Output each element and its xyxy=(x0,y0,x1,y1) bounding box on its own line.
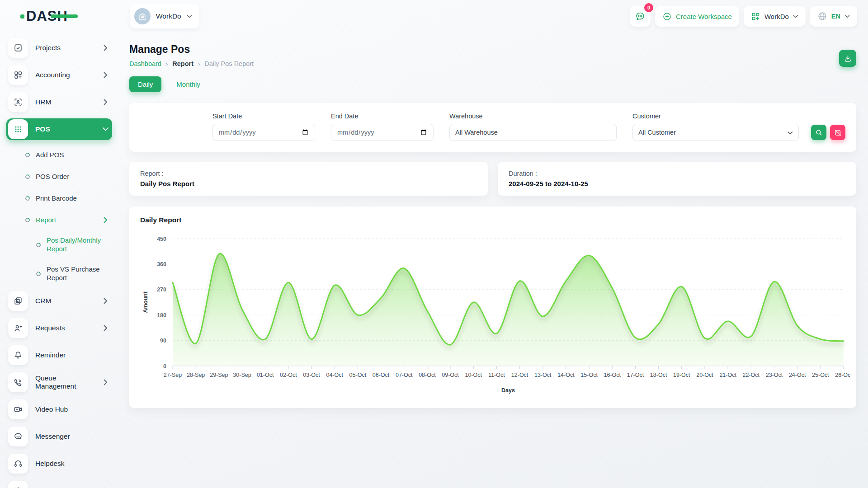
logo-accent-dot xyxy=(20,14,24,19)
svg-text:15-Oct: 15-Oct xyxy=(580,372,598,378)
svg-text:360: 360 xyxy=(157,261,166,267)
svg-text:13-Oct: 13-Oct xyxy=(534,372,552,378)
customer-field: Customer All Customer xyxy=(632,113,799,141)
svg-text:10-Oct: 10-Oct xyxy=(465,372,482,378)
customer-label: Customer xyxy=(632,113,799,120)
sidebar-item-add-pos[interactable]: Add POS xyxy=(6,145,112,164)
sidebar-item-messenger[interactable]: Messenger xyxy=(6,426,112,447)
chevron-right-icon xyxy=(104,217,108,223)
sidebar-item-pos-daily-monthly-report[interactable]: Pos Daily/Monthly Report xyxy=(6,232,112,258)
breadcrumb-report[interactable]: Report xyxy=(172,60,193,67)
svg-text:20-Oct: 20-Oct xyxy=(696,372,713,378)
svg-text:0: 0 xyxy=(163,363,166,370)
sidebar-item-pos-vs-purchase-report[interactable]: Pos VS Purchase Report xyxy=(6,261,112,286)
workdo-menu-button[interactable]: WorkDo xyxy=(744,6,806,27)
sidebar-item-projects[interactable]: Projects xyxy=(6,37,112,59)
breadcrumb-current: Daily Pos Report xyxy=(204,60,254,67)
building-icon xyxy=(138,12,147,21)
svg-text:09-Oct: 09-Oct xyxy=(442,372,459,378)
start-date-field: Start Date xyxy=(212,113,315,141)
tab-monthly[interactable]: Monthly xyxy=(168,76,209,92)
sidebar-nav: ProjectsAccountingHRMPOSAdd POSPOS Order… xyxy=(0,33,118,488)
end-date-label: End Date xyxy=(331,113,434,120)
user-plus-icon xyxy=(8,318,28,338)
breadcrumb-dashboard[interactable]: Dashboard xyxy=(129,60,161,67)
gear-icon xyxy=(8,481,28,488)
reset-filter-button[interactable] xyxy=(830,125,845,140)
app-logo[interactable]: DASH xyxy=(26,8,68,24)
report-value: Daily Pos Report xyxy=(140,180,477,188)
warehouse-field: Warehouse All Warehouse xyxy=(449,113,617,141)
customer-select[interactable]: All Customer xyxy=(632,124,799,141)
sidebar-item-helpdesk[interactable]: Helpdesk xyxy=(6,453,112,474)
svg-text:90: 90 xyxy=(160,338,166,344)
sidebar-item-report[interactable]: Report xyxy=(6,211,112,230)
svg-text:29-Sep: 29-Sep xyxy=(210,372,228,378)
ring-bullet-icon xyxy=(35,271,42,277)
globe-icon xyxy=(817,11,827,21)
sidebar-item-requests[interactable]: Requests xyxy=(6,317,112,339)
svg-text:27-Sep: 27-Sep xyxy=(164,372,182,378)
search-icon xyxy=(815,129,823,136)
chevron-right-icon xyxy=(104,379,108,385)
logo-accent-bar xyxy=(51,14,78,18)
workspace-switcher[interactable]: WorkDo xyxy=(130,4,199,28)
create-workspace-button[interactable]: Create Workspace xyxy=(655,6,739,27)
tab-daily[interactable]: Daily xyxy=(129,76,161,92)
chat-bubble-icon xyxy=(8,427,28,446)
report-label: Report : xyxy=(140,170,477,177)
download-report-button[interactable] xyxy=(839,50,856,67)
start-date-label: Start Date xyxy=(212,113,315,120)
grid-plus-icon xyxy=(8,65,28,85)
warehouse-select[interactable]: All Warehouse xyxy=(449,124,617,141)
svg-text:05-Oct: 05-Oct xyxy=(349,372,367,378)
sidebar-item-accounting[interactable]: Accounting xyxy=(6,64,112,86)
svg-text:18-Oct: 18-Oct xyxy=(650,372,667,378)
calendar-slash-icon xyxy=(834,129,842,136)
svg-text:14-Oct: 14-Oct xyxy=(557,372,575,378)
svg-text:12-Oct: 12-Oct xyxy=(511,372,528,378)
workspace-name: WorkDo xyxy=(156,12,181,20)
sidebar-item-crm[interactable]: CRM xyxy=(6,290,112,312)
ring-bullet-icon xyxy=(24,152,31,158)
svg-text:21-Oct: 21-Oct xyxy=(719,372,736,378)
svg-text:Days: Days xyxy=(501,387,515,394)
chevron-down-icon xyxy=(844,14,850,18)
svg-text:16-Oct: 16-Oct xyxy=(604,372,621,378)
sidebar-item-print-barcode[interactable]: Print Barcode xyxy=(6,189,112,208)
chevron-down-icon xyxy=(103,127,109,131)
svg-text:04-Oct: 04-Oct xyxy=(326,372,343,378)
chevron-right-icon xyxy=(104,99,108,105)
end-date-input[interactable] xyxy=(331,124,434,141)
video-camera-icon xyxy=(8,399,28,419)
sidebar-item-queue-management[interactable]: Queue Management xyxy=(6,371,112,393)
filter-panel: Start Date End Date Warehouse All Wareho… xyxy=(129,103,856,152)
sidebar-item-pos-order[interactable]: POS Order xyxy=(6,167,112,186)
grid-plus-icon xyxy=(751,12,760,21)
phone-call-icon xyxy=(8,372,28,392)
svg-text:17-Oct: 17-Oct xyxy=(627,372,644,378)
bell-icon xyxy=(8,345,28,365)
breadcrumb: Dashboard › Report › Daily Pos Report xyxy=(129,60,254,67)
svg-text:26-Oct: 26-Oct xyxy=(835,372,850,378)
main-content: Manage Pos Dashboard › Report › Daily Po… xyxy=(118,33,868,488)
start-date-input[interactable] xyxy=(212,124,315,141)
svg-text:01-Oct: 01-Oct xyxy=(257,372,274,378)
sidebar-item-video-hub[interactable]: Video Hub xyxy=(6,399,112,420)
ring-bullet-icon xyxy=(24,174,31,180)
sidebar-item-pos[interactable]: POS xyxy=(6,118,112,140)
message-count-badge: 0 xyxy=(644,3,653,12)
chevron-right-icon xyxy=(104,325,108,331)
ring-bullet-icon xyxy=(24,217,31,223)
page-title: Manage Pos xyxy=(129,43,254,56)
sidebar-item-reminder[interactable]: Reminder xyxy=(6,344,112,366)
messages-button[interactable]: 0 xyxy=(630,6,651,27)
svg-text:02-Oct: 02-Oct xyxy=(280,372,297,378)
svg-text:24-Oct: 24-Oct xyxy=(789,372,806,378)
svg-text:180: 180 xyxy=(157,312,166,319)
sidebar-item-hrm[interactable]: HRM xyxy=(6,91,112,113)
duration-value: 2024-09-25 to 2024-10-25 xyxy=(509,180,845,188)
language-selector[interactable]: EN xyxy=(810,6,857,27)
search-button[interactable] xyxy=(811,125,826,140)
sidebar-item-settings[interactable]: Settings xyxy=(6,480,112,488)
